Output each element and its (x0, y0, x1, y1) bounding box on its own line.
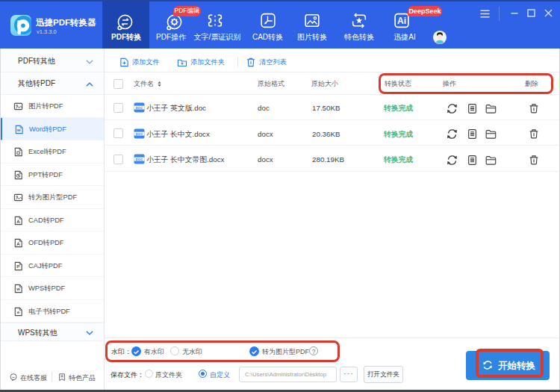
svg-text:w: w (16, 287, 20, 291)
svg-text:e: e (17, 310, 20, 314)
svg-text:DOC: DOC (136, 131, 143, 135)
svg-text:P: P (16, 264, 19, 269)
svg-text:DOC: DOC (136, 106, 143, 110)
svg-text:DOC: DOC (136, 158, 143, 161)
svg-text:Ai: Ai (397, 16, 406, 26)
svg-text:w: w (16, 128, 21, 132)
